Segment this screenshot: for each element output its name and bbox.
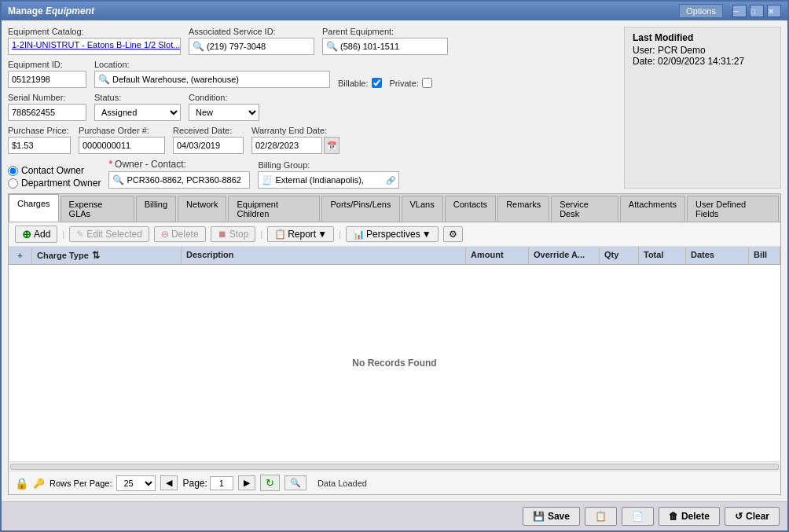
serial-number-input[interactable] [8,104,86,121]
department-owner-radio[interactable] [8,178,18,189]
stop-button[interactable]: ⏹ Stop [211,226,256,242]
warranty-end-date-input[interactable] [251,137,322,154]
billable-row: Billable: [338,78,382,88]
contact-owner-item[interactable]: Contact Owner [8,165,101,176]
th-add[interactable]: + [9,247,32,264]
parent-equipment-input[interactable] [340,42,449,51]
perspectives-button[interactable]: 📊 Perspectives ▼ [346,226,439,242]
purchase-price-input[interactable] [8,137,71,154]
tabs-bar: Charges Expense GLAs Billing Network Equ… [9,194,780,222]
refresh-button[interactable]: ↻ [260,475,280,491]
private-checkbox[interactable] [422,78,432,88]
delete-button[interactable]: ⊖ Delete [154,226,206,242]
rows-per-page-label: Rows Per Page: [50,479,112,488]
th-description[interactable]: Description [182,247,466,264]
minimize-button[interactable]: ─ [732,5,747,17]
data-loaded-label: Data Loaded [317,479,367,488]
private-row: Private: [390,78,432,88]
private-label: Private: [390,79,419,88]
equipment-id-input[interactable] [8,71,86,88]
location-field[interactable]: 🔍 [94,71,330,88]
copy-button[interactable]: 📋 [585,507,617,526]
tab-contacts[interactable]: Contacts [445,196,496,222]
page-input[interactable] [210,476,233,490]
options-button[interactable]: Options [679,4,723,18]
status-group: Status: Assigned Available Retired [94,93,181,121]
tab-ports-pins-lens[interactable]: Ports/Pins/Lens [321,196,399,222]
associated-service-id-label: Associated Service ID: [189,27,314,36]
page-label: Page: [182,476,233,490]
horizontal-scrollbar[interactable] [9,461,780,471]
last-modified-user: User: PCR Demo [633,45,772,56]
status-select[interactable]: Assigned Available Retired [94,104,181,121]
associated-service-id-field[interactable]: 🔍 [189,38,314,55]
th-bill[interactable]: Bill [749,247,780,264]
serial-number-label: Serial Number: [8,93,86,102]
stop-icon: ⏹ [218,229,227,240]
rows-per-page-select[interactable]: 25 50 100 [116,475,156,491]
first-page-button[interactable]: ◀ [160,475,178,490]
restore-button[interactable]: □ [750,5,764,17]
parent-equipment-field[interactable]: 🔍 [322,38,448,55]
save-button[interactable]: 💾 Save [523,507,580,526]
tab-billing[interactable]: Billing [136,196,176,222]
tab-user-defined-fields[interactable]: User Defined Fields [687,196,779,222]
th-charge-type[interactable]: Charge Type ⇅ [32,247,182,264]
header-left: Equipment Catalog: 1-2IN-UNISTRUT - Eato… [8,27,616,189]
contact-owner-label: Contact Owner [21,165,84,176]
tab-remarks[interactable]: Remarks [497,196,549,222]
location-input[interactable] [112,75,326,84]
owner-contact-field[interactable]: 🔍 [108,171,250,189]
edit-selected-button[interactable]: ✎ Edit Selected [69,226,149,242]
associated-service-id-group: Associated Service ID: 🔍 [189,27,314,55]
purchase-order-input[interactable] [79,137,165,154]
paste-button[interactable]: 📄 [622,507,654,526]
add-button[interactable]: ⊕ Add [15,226,57,243]
condition-group: Condition: New Good Fair Poor [189,93,259,121]
report-icon: 📋 [274,229,286,240]
paste-icon: 📄 [632,511,644,522]
billable-label: Billable: [338,79,369,88]
th-dates[interactable]: Dates [686,247,749,264]
th-qty[interactable]: Qty [600,247,639,264]
calendar-button[interactable]: 📅 [324,137,339,154]
purchase-price-label: Purchase Price: [8,126,71,135]
th-amount[interactable]: Amount [466,247,529,264]
location-label: Location: [94,60,330,69]
department-owner-item[interactable]: Department Owner [8,178,101,189]
delete-footer-button[interactable]: 🗑 Delete [659,507,720,526]
close-button[interactable]: ✕ [767,5,781,17]
received-date-input[interactable] [173,137,244,154]
last-modified-title: Last Modified [633,32,772,43]
tab-charges[interactable]: Charges [9,194,59,222]
settings-button[interactable]: ⚙ [443,226,463,242]
report-button[interactable]: 📋 Report ▼ [267,226,334,242]
tab-service-desk[interactable]: Service Desk [551,196,618,222]
owner-contact-group: * Owner - Contact: 🔍 [108,159,250,189]
scrollbar-track[interactable] [10,464,779,470]
th-total[interactable]: Total [639,247,686,264]
billing-group-input[interactable] [275,175,383,185]
department-owner-label: Department Owner [21,178,101,189]
billing-group-field[interactable]: 🧾 🔗 [258,171,399,189]
contact-owner-radio[interactable] [8,166,18,176]
tab-attachments[interactable]: Attachments [620,196,685,222]
pagination-bar: 🔒 🔑 Rows Per Page: 25 50 100 ◀ Page: ▶ ↻ [9,471,780,494]
equipment-catalog-value[interactable]: 1-2IN-UNISTRUT - Eatons B-Line 1/2 Slot.… [8,38,181,55]
clear-button[interactable]: ↺ Clear [725,507,780,526]
tab-vlans[interactable]: VLans [402,196,443,222]
key-icon: 🔑 [33,478,45,489]
zoom-button[interactable]: 🔍 [284,475,306,490]
tab-equipment-children[interactable]: Equipment Children [228,196,320,222]
tab-network[interactable]: Network [178,196,226,222]
associated-service-id-input[interactable] [207,42,315,51]
lock-icon: 🔒 [15,477,28,490]
condition-select[interactable]: New Good Fair Poor [189,104,259,121]
tab-expense-glas[interactable]: Expense GLAs [61,196,134,222]
owner-contact-input[interactable] [127,175,246,185]
billing-group-icon2: 🔗 [386,176,395,185]
billable-checkbox[interactable] [372,78,382,88]
next-page-button[interactable]: ▶ [238,475,255,490]
received-date-label: Received Date: [173,126,244,135]
th-override-amount[interactable]: Override A... [529,247,600,264]
